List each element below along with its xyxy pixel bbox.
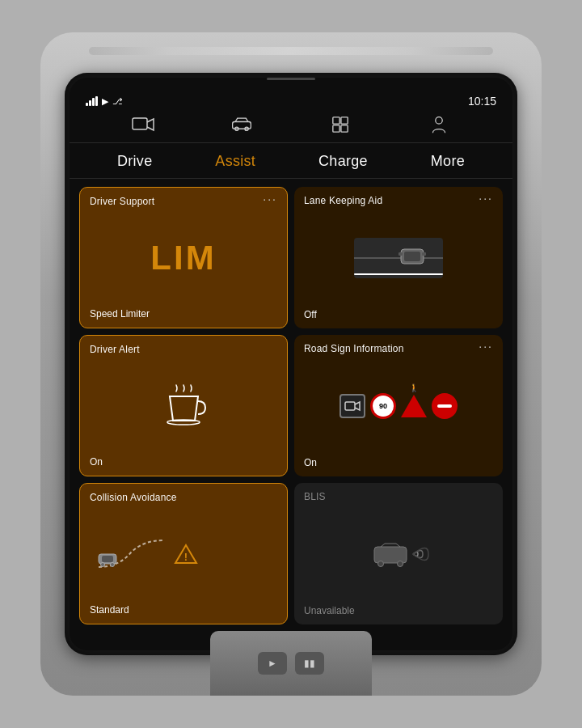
- pedestrian-icon: 🚶: [409, 383, 419, 392]
- lane-keeping-card[interactable]: Lane Keeping Aid ···: [294, 187, 503, 328]
- sign-cam-svg: [344, 400, 361, 413]
- car-surround: ▶ ⎇ 10:15: [40, 32, 542, 696]
- top-car-svg: [398, 248, 427, 265]
- svg-rect-11: [399, 252, 403, 256]
- car-svg: [230, 116, 253, 133]
- card-menu-btn[interactable]: ···: [479, 343, 493, 351]
- camera-sign: [340, 394, 365, 418]
- card-content: [90, 358, 277, 453]
- svg-point-8: [436, 117, 442, 124]
- card-title: BLIS: [304, 491, 326, 502]
- card-footer: Standard: [90, 604, 277, 616]
- no-entry-bar: [437, 404, 452, 408]
- card-title: Driver Alert: [90, 344, 140, 355]
- card-content: !: [90, 506, 277, 601]
- card-footer: On: [304, 457, 493, 468]
- grid-svg: [329, 116, 352, 133]
- tab-more[interactable]: More: [431, 153, 465, 170]
- camera-icon[interactable]: [132, 116, 154, 138]
- svg-rect-4: [333, 117, 340, 124]
- speaker-bar: [89, 47, 493, 55]
- signal-icon: [86, 96, 98, 106]
- collision-card[interactable]: Collision Avoidance: [79, 483, 288, 624]
- lim-display: LIM: [150, 239, 216, 277]
- svg-rect-0: [133, 118, 147, 129]
- svg-rect-5: [341, 117, 348, 124]
- svg-point-17: [101, 562, 105, 566]
- svg-point-18: [111, 562, 115, 566]
- blis-svg: [358, 534, 439, 574]
- svg-rect-7: [341, 125, 348, 132]
- collision-visual: !: [90, 536, 277, 572]
- card-header: Lane Keeping Aid ···: [304, 195, 493, 206]
- blis-card: BLIS: [294, 483, 503, 624]
- top-indicator: [267, 78, 315, 80]
- card-header: Driver Support ···: [90, 196, 277, 207]
- road-bottom-line: [354, 273, 443, 275]
- car-icon[interactable]: [230, 116, 253, 138]
- tab-charge[interactable]: Charge: [318, 153, 368, 170]
- card-title: Collision Avoidance: [90, 492, 177, 503]
- svg-rect-10: [404, 252, 420, 261]
- svg-rect-14: [345, 402, 355, 410]
- card-title: Driver Support: [90, 196, 154, 207]
- pause-btn[interactable]: ▮▮: [295, 652, 324, 675]
- card-content: LIM: [90, 210, 277, 305]
- card-header: Collision Avoidance: [90, 492, 277, 503]
- card-header: Driver Alert: [90, 344, 277, 355]
- card-header: BLIS: [304, 491, 493, 502]
- collision-svg: [95, 536, 167, 572]
- bluetooth-icon: ⎇: [112, 96, 123, 107]
- screen: ▶ ⎇ 10:15: [70, 78, 512, 650]
- road-signs: 90 🚶: [340, 393, 458, 419]
- card-menu-btn[interactable]: ···: [479, 195, 493, 203]
- svg-point-22: [378, 561, 384, 566]
- card-content: [304, 210, 493, 306]
- location-icon: ▶: [102, 96, 108, 107]
- svg-rect-6: [333, 125, 340, 132]
- tab-assist[interactable]: Assist: [215, 153, 255, 170]
- pedestrian-sign: 🚶: [401, 395, 427, 417]
- top-nav: [70, 111, 512, 143]
- person-svg: [428, 116, 450, 133]
- road-visual: [354, 238, 443, 278]
- svg-rect-21: [374, 547, 407, 563]
- warning-triangle-svg: !: [174, 544, 198, 565]
- camera-svg: [132, 116, 154, 133]
- lane-visual: [304, 238, 493, 278]
- play-btn[interactable]: ►: [258, 652, 287, 675]
- svg-text:!: !: [184, 551, 188, 563]
- svg-point-23: [398, 561, 403, 566]
- card-title: Road Sign Information: [304, 343, 404, 354]
- card-menu-btn[interactable]: ···: [263, 196, 277, 204]
- console-area: ► ▮▮: [210, 631, 372, 696]
- svg-rect-16: [102, 556, 113, 562]
- status-bar: ▶ ⎇ 10:15: [70, 87, 512, 111]
- lane-car: [398, 248, 427, 269]
- speed-value: 90: [379, 402, 387, 410]
- speed-sign: 90: [370, 393, 396, 419]
- card-content: [304, 506, 493, 602]
- person-icon[interactable]: [428, 116, 450, 138]
- no-entry-sign: [432, 393, 458, 419]
- driver-alert-card[interactable]: Driver Alert: [79, 335, 288, 476]
- card-footer: Off: [304, 309, 493, 320]
- tab-bar: Drive Assist Charge More: [70, 143, 512, 179]
- tab-drive[interactable]: Drive: [117, 153, 153, 170]
- card-header: Road Sign Information ···: [304, 343, 493, 354]
- card-footer: Unavailable: [304, 605, 493, 616]
- coffee-icon: [162, 383, 206, 428]
- card-footer: On: [90, 456, 277, 468]
- status-left: ▶ ⎇: [86, 96, 123, 107]
- screen-bezel: ▶ ⎇ 10:15: [65, 73, 517, 655]
- card-title: Lane Keeping Aid: [304, 195, 382, 206]
- road-sign-card[interactable]: Road Sign Information ···: [294, 335, 503, 476]
- driver-support-card[interactable]: Driver Support ··· LIM Speed Limiter: [79, 187, 288, 328]
- card-footer: Speed Limiter: [90, 308, 277, 320]
- card-content: 90 🚶: [304, 358, 493, 454]
- card-grid: Driver Support ··· LIM Speed Limiter Lan…: [70, 179, 512, 634]
- clock: 10:15: [468, 95, 496, 108]
- grid-icon[interactable]: [329, 116, 352, 138]
- svg-rect-12: [422, 252, 426, 256]
